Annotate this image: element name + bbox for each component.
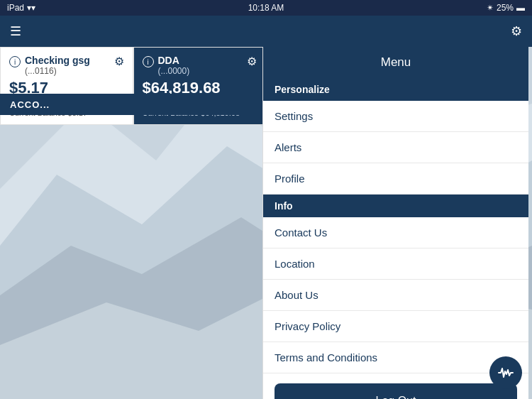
menu-item-about-us[interactable]: About Us <box>263 280 528 311</box>
menu-item-contact-us[interactable]: Contact Us <box>263 217 528 248</box>
menu-item-terms-and-conditions[interactable]: Terms and Conditions <box>263 342 528 373</box>
account-list-bar: ACCO... <box>0 94 266 115</box>
hamburger-menu-icon[interactable]: ☰ <box>10 23 21 39</box>
battery-label: 25% <box>497 3 514 13</box>
checking-name: Checking gsg <box>25 55 90 66</box>
menu-item-privacy-policy[interactable]: Privacy Policy <box>263 311 528 342</box>
info-icon-checking[interactable]: i <box>9 56 21 67</box>
status-bar: iPad ▾▾ 10:18 AM ✴ 25% ▬ <box>0 0 532 16</box>
accounts-section: i Checking gsg (...0116) ⚙ $5.17 Availab… <box>0 47 266 125</box>
bluetooth-icon: ✴ <box>487 3 494 13</box>
dda-acct: (...0000) <box>158 66 190 76</box>
device-label: iPad <box>7 3 24 13</box>
waveform-fab[interactable] <box>489 356 522 389</box>
account-list-label: ACCO... <box>10 99 50 110</box>
menu-item-alerts[interactable]: Alerts <box>263 132 528 163</box>
info-section-header: Info <box>263 195 528 217</box>
dda-gear-icon[interactable]: ⚙ <box>247 55 257 68</box>
menu-panel: Menu Personalize Settings Alerts Profile… <box>262 47 528 399</box>
status-left: iPad ▾▾ <box>7 3 35 13</box>
personalize-section-header: Personalize <box>263 78 528 101</box>
wifi-icon: ▾▾ <box>27 3 35 13</box>
menu-item-location[interactable]: Location <box>263 248 528 280</box>
battery-icon: ▬ <box>516 3 525 13</box>
checking-acct: (...0116) <box>25 66 90 76</box>
menu-title: Menu <box>263 47 528 78</box>
settings-icon[interactable]: ⚙ <box>511 23 522 39</box>
menu-item-profile[interactable]: Profile <box>263 163 528 195</box>
logout-button[interactable]: Log Out <box>275 383 517 399</box>
waveform-icon <box>497 364 514 381</box>
checking-gear-icon[interactable]: ⚙ <box>114 55 124 68</box>
nav-bar: ☰ ⚙ <box>0 16 532 47</box>
info-icon-dda[interactable]: i <box>143 56 154 67</box>
dda-name: DDA <box>158 55 190 66</box>
menu-item-settings[interactable]: Settings <box>263 101 528 132</box>
status-time: 10:18 AM <box>248 3 284 13</box>
status-right: ✴ 25% ▬ <box>487 3 525 13</box>
